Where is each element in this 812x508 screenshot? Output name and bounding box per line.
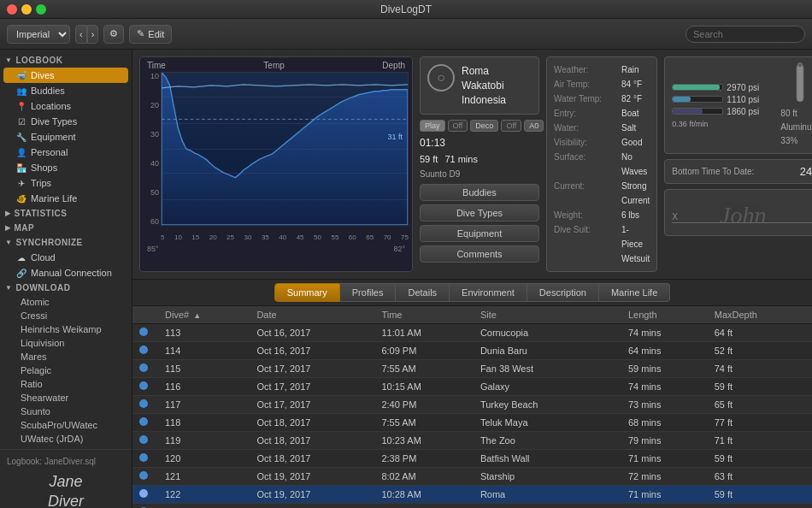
scrubber-time: 01:13 (420, 137, 539, 149)
edit-button[interactable]: ✎ Edit (129, 25, 172, 44)
sidebar-item-ratio[interactable]: Ratio (0, 377, 132, 391)
dive-controls: Play Off Deco Off A0 01:13 (420, 120, 539, 149)
arrow-icon: ▶ (5, 224, 11, 232)
cell-num: 122 (158, 486, 250, 504)
buddies-button[interactable]: Buddies (420, 184, 539, 201)
table-row[interactable]: 121Oct 19, 20178:02 AMStarship72 mins63 … (132, 468, 812, 486)
logbook-label: Logbook: JaneDiver.sql (7, 457, 125, 466)
sidebar-item-shops[interactable]: 🏪 Shops (0, 160, 132, 175)
sidebar-item-shearwater[interactable]: Shearwater (0, 391, 132, 405)
sidebar-item-dive-types[interactable]: ☑ Dive Types (0, 114, 132, 129)
tab-description[interactable]: Description (527, 283, 599, 302)
water-row: Water: Salt (554, 121, 650, 135)
statistics-section-header[interactable]: ▶ STATISTICS (0, 206, 132, 221)
table-row[interactable]: 113Oct 16, 201711:01 AMCornucopia74 mins… (132, 324, 812, 342)
deco-button[interactable]: Deco (470, 120, 498, 132)
tab-summary[interactable]: Summary (274, 283, 340, 302)
cell-site: Galaxy (474, 378, 621, 396)
search-input[interactable] (685, 26, 805, 43)
cell-num: 120 (158, 450, 250, 468)
table-row[interactable]: 114Oct 16, 20176:09 PMDunia Baru64 mins5… (132, 342, 812, 360)
off2-button[interactable]: Off (501, 120, 521, 132)
chart-plot: 31 ft (161, 72, 409, 226)
table-row[interactable]: 119Oct 18, 201710:23 AMThe Zoo79 mins71 … (132, 432, 812, 450)
sidebar-item-dives[interactable]: 🤿 Dives (3, 68, 128, 83)
content-area: Time Temp Depth 10 20 30 40 50 60 (132, 50, 812, 508)
sidebar-item-equipment[interactable]: 🔧 Equipment (0, 129, 132, 145)
cell-site: Starship (474, 468, 621, 486)
download-section-header[interactable]: ▼ DOWNLOAD (0, 281, 132, 295)
play-button[interactable]: Play (420, 120, 445, 132)
equipment-button[interactable]: Equipment (420, 225, 539, 242)
table-row[interactable]: 118Oct 18, 20177:55 AMTeluk Maya68 mins7… (132, 414, 812, 432)
table-row[interactable]: 115Oct 17, 20177:55 AMFan 38 West59 mins… (132, 360, 812, 378)
row-indicator (132, 504, 158, 509)
col-time[interactable]: Time (374, 306, 473, 324)
table-row[interactable]: 117Oct 17, 20172:40 PMTurkey Beach73 min… (132, 396, 812, 414)
sidebar-item-suunto[interactable]: Suunto (0, 405, 132, 418)
dive-table-container[interactable]: Dive# ▲ Date Time Site Length MaxDepth 1… (132, 306, 812, 508)
table-row[interactable]: 120Oct 18, 20172:38 PMBatfish Wall71 min… (132, 450, 812, 468)
traffic-lights (7, 4, 46, 15)
dive-dot (139, 363, 148, 372)
cell-date: Oct 18, 2017 (250, 414, 374, 432)
map-section-header[interactable]: ▶ MAP (0, 221, 132, 235)
tab-environment[interactable]: Environment (450, 283, 527, 302)
table-row[interactable]: 123Oct 19, 20175:54 PMTeluk Waitii72 min… (132, 504, 812, 509)
shops-icon: 🏪 (15, 163, 27, 173)
close-button[interactable] (7, 4, 17, 15)
cell-num: 116 (158, 378, 250, 396)
dive-types-button[interactable]: Dive Types (420, 204, 539, 222)
table-row[interactable]: 116Oct 17, 201710:15 AMGalaxy74 mins59 f… (132, 378, 812, 396)
current-row: Current: Strong Current (554, 179, 650, 208)
sidebar-item-cressi[interactable]: Cressi (0, 309, 132, 322)
sidebar-item-mares[interactable]: Mares (0, 350, 132, 363)
dive-detail-panel: Time Temp Depth 10 20 30 40 50 60 (132, 50, 812, 280)
tab-profiles[interactable]: Profiles (340, 283, 397, 302)
sidebar-item-scubapro[interactable]: ScubaPro/UWatec (0, 418, 132, 432)
col-date[interactable]: Date (250, 306, 374, 324)
table-row[interactable]: 122Oct 19, 201710:28 AMRoma71 mins59 ft (132, 486, 812, 504)
sidebar-item-personal[interactable]: 👤 Personal (0, 145, 132, 160)
synchronize-section-header[interactable]: ▼ SYNCHRONIZE (0, 235, 132, 250)
sidebar-item-heinrichs[interactable]: Heinrichs Weikamp (0, 322, 132, 336)
locations-icon: 📍 (15, 102, 27, 111)
sidebar-item-cloud[interactable]: ☁ Cloud (0, 250, 132, 265)
sidebar-item-locations[interactable]: 📍 Locations (0, 98, 132, 114)
sidebar-item-marine-life[interactable]: 🐠 Marine Life (0, 191, 132, 206)
col-site[interactable]: Site (474, 306, 621, 324)
sidebar-item-pelagic[interactable]: Pelagic (0, 363, 132, 377)
sidebar-item-uwatec[interactable]: UWatec (JrDA) (0, 432, 132, 446)
sidebar-item-trips[interactable]: ✈ Trips (0, 175, 132, 191)
col-maxdepth[interactable]: MaxDepth (708, 306, 812, 324)
tank-bar-1: 2970 psi (672, 83, 774, 92)
tab-details[interactable]: Details (396, 283, 450, 302)
col-length[interactable]: Length (621, 306, 708, 324)
logbook-section-header[interactable]: ▼ LOGBOOK (0, 53, 132, 68)
back-button[interactable]: ‹ (75, 25, 87, 44)
dive-types-icon: ☑ (15, 117, 27, 127)
forward-button[interactable]: › (87, 25, 99, 44)
weight-row: Weight: 6 lbs (554, 208, 650, 222)
col-dive-num[interactable]: Dive# ▲ (158, 306, 250, 324)
nav-arrows: ‹ › (75, 25, 98, 44)
unit-select[interactable]: Imperial Metric (7, 25, 70, 44)
sidebar-bottom: Logbook: JaneDiver.sql Jane Diver Number… (0, 449, 132, 508)
maximize-button[interactable] (36, 4, 46, 15)
signature-card: X John (664, 189, 812, 236)
cell-time: 2:40 PM (374, 396, 473, 414)
tank-bar-2-fill (673, 97, 690, 102)
sidebar-item-atomic[interactable]: Atomic (0, 295, 132, 309)
tank-svg (790, 62, 810, 105)
comments-button[interactable]: Comments (420, 245, 539, 263)
signature-x: X (672, 212, 678, 222)
sidebar-item-buddies[interactable]: 👥 Buddies (0, 83, 132, 98)
off-button[interactable]: Off (448, 120, 468, 132)
dive-dot (139, 435, 148, 444)
sidebar-item-liquivision[interactable]: Liquivision (0, 336, 132, 350)
tab-marine-life[interactable]: Marine Life (599, 283, 670, 302)
dive-stats: 59 ft 71 mins (420, 154, 539, 164)
sidebar-item-manual-connection[interactable]: 🔗 Manual Connection (0, 265, 132, 281)
settings-button[interactable]: ⚙ (103, 25, 124, 44)
minimize-button[interactable] (21, 4, 32, 15)
